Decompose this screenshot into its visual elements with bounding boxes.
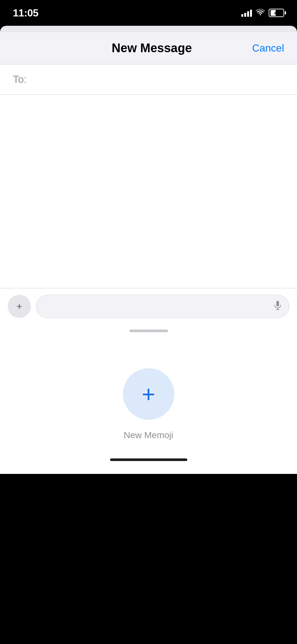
message-text-input[interactable] [44,301,274,312]
attachments-button[interactable]: + [8,295,31,318]
sheet-handle-area [0,26,297,32]
signal-bar-3 [247,11,249,17]
signal-bar-4 [250,10,252,17]
drag-handle [129,330,168,332]
home-bar-area [0,453,297,474]
compose-header: New Message Cancel [0,32,297,64]
home-bar [110,458,187,461]
signal-bar-1 [241,14,243,17]
to-field-row[interactable]: To: [0,64,297,95]
bottom-panel: + New Memoji [0,342,297,453]
compose-title: New Message [51,41,252,55]
message-input-wrapper[interactable] [36,295,289,318]
status-bar: 11:05 44 [0,0,297,26]
to-label: To: [13,73,27,85]
message-toolbar: + [0,288,297,324]
battery-tip [285,11,286,14]
battery-level: 44 [269,11,283,15]
wifi-icon [256,8,265,17]
status-right: 44 [241,8,284,17]
battery-body: 44 [269,9,284,17]
plus-icon: + [16,301,23,312]
battery-icon: 44 [269,9,284,17]
status-time: 11:05 [13,7,38,19]
main-sheet: New Message Cancel To: + [0,26,297,474]
new-memoji-label: New Memoji [124,430,173,440]
signal-bars-icon [241,9,252,17]
svg-rect-0 [276,301,279,306]
new-memoji-plus-icon: + [142,382,155,406]
new-memoji-button[interactable]: + [123,368,174,420]
phone-frame: 11:05 44 [0,0,297,644]
message-body-area[interactable] [0,95,297,288]
cancel-button[interactable]: Cancel [252,42,284,54]
drag-indicator-area [0,324,297,342]
to-input[interactable] [31,73,284,85]
microphone-icon[interactable] [274,301,281,312]
signal-bar-2 [244,13,246,17]
